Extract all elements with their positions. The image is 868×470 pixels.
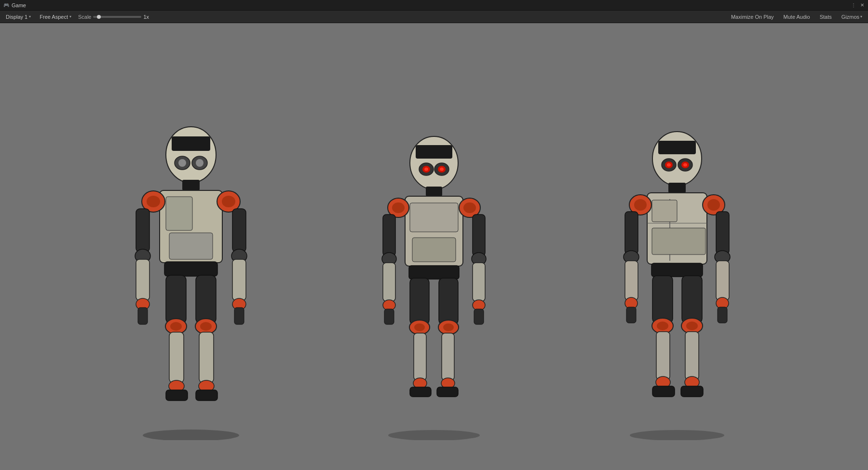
- svg-rect-58: [383, 263, 395, 301]
- scale-label: Scale: [78, 14, 92, 20]
- svg-point-5: [196, 159, 203, 167]
- svg-rect-86: [668, 183, 686, 193]
- scale-thumb: [97, 15, 101, 19]
- svg-rect-62: [384, 309, 394, 324]
- svg-rect-26: [196, 275, 216, 323]
- svg-point-0: [166, 127, 216, 183]
- more-options-icon[interactable]: ⋮: [851, 2, 856, 8]
- svg-rect-104: [626, 307, 636, 323]
- svg-point-53: [463, 202, 476, 213]
- svg-rect-106: [651, 263, 703, 277]
- svg-rect-15: [232, 209, 246, 252]
- svg-rect-25: [166, 275, 186, 323]
- robot-left-svg: [114, 122, 268, 440]
- scene-container: [0, 23, 868, 470]
- svg-rect-91: [652, 228, 705, 255]
- svg-point-93: [634, 199, 647, 211]
- toolbar: Display 1 ▾ Free Aspect ▾ Scale 1x Maxim…: [0, 11, 868, 23]
- close-icon[interactable]: ✕: [859, 2, 865, 8]
- svg-point-112: [686, 322, 698, 330]
- window-title: Game: [12, 2, 26, 8]
- svg-rect-90: [652, 200, 677, 222]
- svg-point-51: [392, 202, 405, 213]
- scale-control: Scale 1x: [78, 14, 149, 20]
- svg-point-38: [410, 136, 458, 189]
- svg-rect-72: [442, 333, 454, 380]
- scale-value: 1x: [143, 14, 149, 20]
- svg-rect-39: [416, 145, 452, 159]
- svg-rect-117: [652, 386, 675, 397]
- svg-rect-108: [682, 276, 702, 323]
- toolbar-right: Maximize On Play Mute Audio Stats Gizmos…: [729, 13, 864, 21]
- svg-rect-36: [196, 390, 217, 401]
- scale-slider[interactable]: [93, 16, 141, 18]
- stats-button[interactable]: Stats: [818, 13, 834, 21]
- robot-left: [114, 122, 268, 441]
- svg-rect-64: [409, 266, 459, 279]
- svg-rect-6: [182, 180, 200, 190]
- svg-point-84: [667, 163, 671, 167]
- gizmos-arrow: ▾: [860, 14, 862, 19]
- game-viewport: [0, 23, 868, 470]
- gizmos-label: Gizmos: [841, 14, 859, 20]
- aspect-selector[interactable]: Free Aspect ▾: [38, 13, 73, 21]
- svg-rect-63: [474, 309, 484, 324]
- robot-center: [362, 132, 506, 441]
- svg-rect-35: [166, 390, 188, 401]
- svg-rect-97: [716, 212, 729, 254]
- display-label: Display 1: [6, 14, 27, 20]
- maximize-on-play-button[interactable]: Maximize On Play: [729, 13, 776, 21]
- svg-point-110: [657, 322, 668, 330]
- window-controls: ⋮ ✕: [851, 2, 865, 8]
- svg-rect-21: [138, 308, 148, 324]
- svg-rect-71: [414, 333, 426, 380]
- display-arrow: ▾: [29, 14, 31, 19]
- svg-point-85: [683, 163, 687, 167]
- svg-point-30: [200, 322, 212, 331]
- robot-center-svg: [362, 132, 506, 440]
- svg-rect-107: [652, 276, 673, 323]
- robot-right-svg: [602, 127, 752, 440]
- svg-rect-1: [172, 136, 210, 151]
- aspect-label: Free Aspect: [40, 14, 68, 20]
- svg-rect-105: [718, 307, 727, 323]
- svg-point-13: [222, 196, 235, 207]
- svg-rect-9: [169, 233, 213, 259]
- svg-rect-59: [473, 263, 485, 301]
- svg-point-28: [170, 322, 182, 331]
- svg-point-77: [388, 430, 480, 440]
- svg-rect-66: [439, 278, 458, 324]
- aspect-arrow: ▾: [69, 14, 71, 19]
- svg-point-70: [443, 323, 454, 331]
- mute-audio-button[interactable]: Mute Audio: [782, 13, 812, 21]
- svg-point-119: [630, 430, 724, 440]
- gizmos-button[interactable]: Gizmos ▾: [840, 13, 864, 21]
- svg-rect-113: [656, 332, 670, 380]
- svg-rect-114: [685, 332, 699, 380]
- svg-rect-118: [681, 386, 703, 397]
- svg-point-95: [707, 199, 720, 211]
- svg-rect-18: [136, 259, 149, 300]
- svg-rect-14: [136, 209, 149, 252]
- svg-rect-23: [234, 308, 244, 324]
- svg-point-4: [178, 159, 186, 167]
- svg-rect-24: [164, 262, 217, 276]
- svg-rect-76: [437, 387, 458, 397]
- robot-right: [602, 127, 752, 441]
- svg-rect-49: [412, 238, 456, 262]
- svg-point-37: [143, 430, 239, 440]
- svg-rect-96: [625, 212, 638, 254]
- svg-rect-19: [232, 259, 246, 300]
- svg-rect-100: [625, 261, 638, 300]
- svg-point-44: [424, 168, 428, 171]
- svg-point-45: [440, 168, 444, 171]
- svg-rect-75: [410, 387, 431, 397]
- svg-rect-54: [383, 215, 395, 256]
- svg-rect-65: [410, 278, 429, 324]
- display-selector[interactable]: Display 1 ▾: [4, 13, 33, 21]
- title-bar: 🎮 Game ⋮ ✕: [0, 0, 868, 11]
- svg-point-11: [147, 196, 160, 207]
- svg-point-68: [414, 323, 425, 331]
- svg-rect-101: [716, 261, 729, 300]
- game-icon: 🎮: [3, 2, 10, 9]
